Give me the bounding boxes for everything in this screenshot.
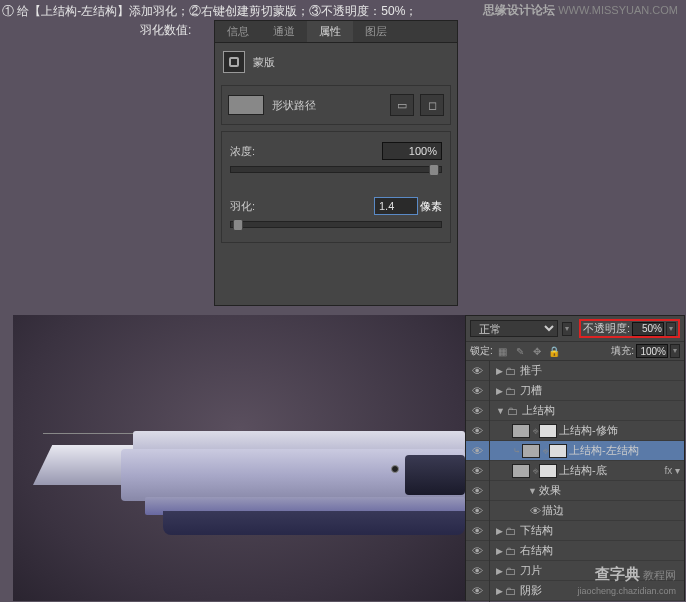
layer-row[interactable]: 👁▼🗀上结构	[466, 401, 684, 421]
layer-row[interactable]: 👁▶🗀下结构	[466, 521, 684, 541]
lock-all-icon[interactable]: 🔒	[547, 346, 561, 357]
layer-name: 描边	[542, 503, 564, 518]
layer-row[interactable]: 👁▶🗀推手	[466, 361, 684, 381]
knife-artwork	[13, 425, 465, 545]
fill-label: 填充:	[611, 344, 634, 358]
layer-name: 刀片	[520, 563, 542, 578]
blend-dropdown-icon[interactable]: ▾	[562, 322, 572, 336]
layer-thumb[interactable]	[512, 424, 530, 438]
layer-name: 右结构	[520, 543, 553, 558]
lock-icons: ▦ ✎ ✥ 🔒	[496, 346, 561, 357]
invert-mask-button[interactable]: ◻	[420, 94, 444, 116]
density-label: 浓度:	[230, 144, 382, 159]
visibility-icon[interactable]: 👁	[466, 461, 490, 481]
layer-row[interactable]: 👁▼效果	[466, 481, 684, 501]
layer-name: 刀槽	[520, 383, 542, 398]
lock-paint-icon[interactable]: ✎	[513, 346, 527, 357]
panel-tabs: 信息 通道 属性 图层	[215, 21, 457, 43]
mask-thumb[interactable]	[539, 464, 557, 478]
lock-position-icon[interactable]: ✥	[530, 346, 544, 357]
layers-top-row: 正常 ▾ 不透明度: ▾	[466, 316, 684, 342]
clip-indicator-icon: ⤷	[513, 446, 521, 456]
disclosure-triangle-icon[interactable]: ▼	[496, 406, 505, 416]
fill-dropdown-icon[interactable]: ▾	[670, 344, 680, 358]
disclosure-triangle-icon[interactable]: ▶	[496, 386, 503, 396]
disclosure-triangle-icon[interactable]: ▶	[496, 526, 503, 536]
visibility-icon[interactable]: 👁	[466, 441, 490, 461]
tab-properties[interactable]: 属性	[307, 21, 353, 42]
visibility-icon[interactable]: 👁	[466, 581, 490, 601]
visibility-icon[interactable]: 👁	[466, 541, 490, 561]
mask-thumb[interactable]	[539, 424, 557, 438]
layer-row[interactable]: 👁⎆上结构-修饰	[466, 421, 684, 441]
layer-thumb[interactable]	[512, 464, 530, 478]
opacity-highlight: 不透明度: ▾	[579, 319, 680, 338]
layer-row[interactable]: 👁👁描边	[466, 501, 684, 521]
tab-info[interactable]: 信息	[215, 21, 261, 42]
disclosure-triangle-icon[interactable]: ▶	[496, 546, 503, 556]
opacity-dropdown-icon[interactable]: ▾	[666, 322, 676, 336]
mask-icon[interactable]	[223, 51, 245, 73]
fill-input[interactable]	[636, 344, 668, 358]
layer-name: 上结构-底	[559, 463, 607, 478]
opacity-label: 不透明度:	[583, 321, 630, 336]
folder-icon: 🗀	[505, 565, 516, 577]
visibility-icon[interactable]: 👁	[466, 501, 490, 521]
layers-panel: 正常 ▾ 不透明度: ▾ 锁定: ▦ ✎ ✥ 🔒 填充: ▾ 👁▶🗀推手👁▶🗀刀…	[465, 315, 685, 601]
layer-row[interactable]: 👁▶🗀刀槽	[466, 381, 684, 401]
layer-name: 下结构	[520, 523, 553, 538]
select-mask-button[interactable]: ▭	[390, 94, 414, 116]
instruction-text: ① 给【上结构-左结构】添加羽化；②右键创建剪切蒙版；③不透明度：50%；	[2, 3, 417, 20]
tab-channels[interactable]: 通道	[261, 21, 307, 42]
fx-visibility-icon[interactable]: 👁	[528, 501, 542, 521]
density-input[interactable]	[382, 142, 442, 160]
folder-icon: 🗀	[505, 545, 516, 557]
layer-row[interactable]: 👁⤷⎆上结构-左结构	[466, 441, 684, 461]
document-canvas[interactable]	[13, 315, 465, 601]
properties-panel: 信息 通道 属性 图层 蒙版 形状路径 ▭ ◻ 浓度: 羽化: 像素	[214, 20, 458, 306]
layer-thumb[interactable]	[522, 444, 540, 458]
disclosure-triangle-icon[interactable]: ▶	[496, 586, 503, 596]
layers-lock-row: 锁定: ▦ ✎ ✥ 🔒 填充: ▾	[466, 342, 684, 361]
layer-name: 上结构-左结构	[569, 443, 639, 458]
link-icon: ⎆	[543, 446, 548, 456]
tab-layers[interactable]: 图层	[353, 21, 399, 42]
disclosure-triangle-icon[interactable]: ▼	[528, 486, 537, 496]
layer-name: 效果	[539, 483, 561, 498]
layer-name: 上结构	[522, 403, 555, 418]
feather-unit: 像素	[420, 199, 442, 214]
opacity-input[interactable]	[632, 322, 664, 336]
folder-icon: 🗀	[505, 525, 516, 537]
layer-name: 阴影	[520, 583, 542, 598]
feather-label: 羽化:	[230, 199, 374, 214]
mask-row: 蒙版	[215, 43, 457, 81]
blend-mode-select[interactable]: 正常	[470, 320, 558, 337]
lock-transparency-icon[interactable]: ▦	[496, 346, 510, 357]
visibility-icon[interactable]: 👁	[466, 421, 490, 441]
feather-slider[interactable]	[230, 221, 442, 228]
mask-label: 蒙版	[253, 55, 275, 70]
link-icon: ⎆	[533, 466, 538, 476]
disclosure-triangle-icon[interactable]: ▶	[496, 566, 503, 576]
layer-row[interactable]: 👁▶🗀右结构	[466, 541, 684, 561]
visibility-icon[interactable]: 👁	[466, 361, 490, 381]
feather-value-label: 羽化数值:	[140, 22, 191, 39]
fx-badge[interactable]: fx ▾	[664, 465, 680, 476]
visibility-icon[interactable]: 👁	[466, 561, 490, 581]
folder-icon: 🗀	[505, 365, 516, 377]
mask-thumb[interactable]	[549, 444, 567, 458]
visibility-icon[interactable]: 👁	[466, 401, 490, 421]
link-icon: ⎆	[533, 426, 538, 436]
visibility-icon[interactable]: 👁	[466, 481, 490, 501]
visibility-icon[interactable]: 👁	[466, 521, 490, 541]
layer-row[interactable]: 👁⎆上结构-底fx ▾	[466, 461, 684, 481]
density-section: 浓度: 羽化: 像素	[221, 131, 451, 243]
shape-swatch[interactable]	[228, 95, 264, 115]
feather-input[interactable]	[374, 197, 418, 215]
visibility-icon[interactable]: 👁	[466, 381, 490, 401]
folder-icon: 🗀	[505, 385, 516, 397]
disclosure-triangle-icon[interactable]: ▶	[496, 366, 503, 376]
shape-path-section: 形状路径 ▭ ◻	[221, 85, 451, 125]
density-slider[interactable]	[230, 166, 442, 173]
folder-icon: 🗀	[507, 405, 518, 417]
